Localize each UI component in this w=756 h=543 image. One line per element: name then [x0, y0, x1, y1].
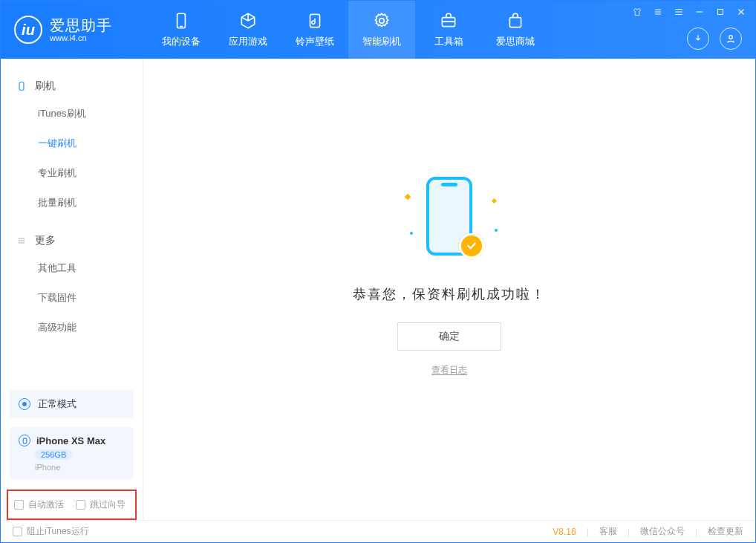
nav-smart-flash[interactable]: 智能刷机	[348, 1, 415, 59]
success-message: 恭喜您，保资料刷机成功啦！	[353, 285, 546, 303]
app-title: 爱思助手	[50, 17, 112, 33]
nav-ringtones-wallpapers[interactable]: 铃声壁纸	[281, 1, 348, 59]
sparkle-icon	[492, 198, 497, 204]
success-illustration	[401, 172, 498, 269]
checkbox-icon	[76, 500, 85, 510]
maximize-button[interactable]	[714, 5, 727, 19]
logo-block: iu 爱思助手 www.i4.cn	[14, 16, 133, 44]
check-badge-icon	[459, 233, 484, 259]
section-flash-title: 刷机	[1, 74, 143, 99]
section-more-title: 更多	[1, 228, 143, 253]
device-type: iPhone	[35, 463, 60, 472]
sidebar-item-download-firmware[interactable]: 下载固件	[1, 283, 143, 313]
ok-button[interactable]: 确定	[397, 322, 501, 351]
app-header: iu 爱思助手 www.i4.cn 我的设备 应用游戏 铃声壁纸 智能刷机 工具…	[1, 1, 755, 59]
section-title-label: 刷机	[35, 79, 56, 93]
sidebar-item-itunes-flash[interactable]: iTunes刷机	[1, 99, 143, 129]
device-capacity: 256GB	[35, 449, 72, 460]
checkbox-stop-itunes[interactable]: 阻止iTunes运行	[13, 525, 89, 538]
highlighted-options-box: 自动激活 跳过向导	[7, 490, 137, 520]
section-title-label: 更多	[35, 234, 56, 247]
separator: |	[628, 527, 630, 537]
nav-toolbox[interactable]: 工具箱	[415, 1, 482, 59]
minimize-button[interactable]	[693, 5, 706, 19]
sidebar-item-advanced[interactable]: 高级功能	[1, 313, 143, 342]
sparkle-icon	[405, 194, 411, 200]
device-name: iPhone XS Max	[36, 435, 105, 446]
music-icon	[305, 11, 325, 30]
nav-label: 铃声壁纸	[296, 35, 334, 48]
svg-rect-16	[19, 82, 24, 91]
sparkle-icon	[495, 229, 498, 232]
checkbox-auto-activate[interactable]: 自动激活	[14, 498, 64, 511]
checkbox-skip-wizard[interactable]: 跳过向导	[76, 498, 126, 511]
phone-icon	[172, 11, 191, 30]
nav-my-device[interactable]: 我的设备	[148, 1, 215, 59]
user-button[interactable]	[720, 27, 742, 50]
list-icon[interactable]	[651, 5, 665, 19]
checkbox-icon	[13, 527, 22, 536]
separator: |	[695, 527, 697, 537]
nav-label: 爱思商城	[496, 35, 535, 48]
sidebar-item-pro-flash[interactable]: 专业刷机	[1, 158, 143, 188]
nav-label: 智能刷机	[362, 35, 401, 48]
sparkle-icon	[410, 232, 413, 235]
device-icon	[19, 435, 30, 446]
store-icon	[506, 11, 525, 30]
checkbox-label: 跳过向导	[90, 498, 126, 511]
sidebar-item-batch-flash[interactable]: 批量刷机	[1, 188, 143, 218]
view-log-link[interactable]: 查看日志	[431, 364, 467, 377]
checkbox-icon	[14, 500, 24, 510]
toolbox-icon	[439, 11, 458, 30]
logo-icon: iu	[14, 16, 42, 44]
checkbox-label: 阻止iTunes运行	[27, 525, 89, 538]
shirt-icon[interactable]	[630, 5, 644, 19]
main-panel: 恭喜您，保资料刷机成功啦！ 确定 查看日志	[143, 59, 755, 520]
sidebar: 刷机 iTunes刷机 一键刷机 专业刷机 批量刷机 更多 其他工具 下载固件 …	[1, 59, 143, 520]
nav-label: 工具箱	[434, 35, 463, 48]
support-link[interactable]: 客服	[599, 525, 617, 538]
sidebar-item-other-tools[interactable]: 其他工具	[1, 253, 143, 283]
app-url: www.i4.cn	[50, 33, 112, 42]
cube-icon	[238, 11, 258, 30]
phone-small-icon	[16, 80, 27, 92]
nav-store[interactable]: 爱思商城	[482, 1, 549, 59]
svg-rect-20	[23, 438, 27, 443]
footer-bar: 阻止iTunes运行 V8.16 | 客服 | 微信公众号 | 检查更新	[1, 520, 755, 542]
nav-label: 应用游戏	[229, 35, 267, 48]
svg-rect-12	[718, 10, 723, 15]
check-update-link[interactable]: 检查更新	[708, 525, 743, 538]
nav-apps-games[interactable]: 应用游戏	[215, 1, 281, 59]
mode-card[interactable]: 正常模式	[10, 390, 134, 418]
sidebar-item-oneclick-flash[interactable]: 一键刷机	[1, 129, 143, 158]
header-actions	[687, 27, 742, 50]
mode-icon	[19, 398, 30, 410]
list-small-icon	[16, 235, 27, 247]
nav-label: 我的设备	[162, 35, 201, 48]
window-controls	[630, 5, 748, 19]
checkbox-label: 自动激活	[28, 498, 64, 511]
download-button[interactable]	[687, 27, 709, 50]
svg-point-15	[729, 36, 733, 39]
svg-rect-4	[509, 18, 521, 27]
mode-label: 正常模式	[38, 397, 76, 411]
close-button[interactable]	[734, 5, 748, 19]
wechat-link[interactable]: 微信公众号	[640, 525, 685, 538]
device-card[interactable]: iPhone XS Max 256GB iPhone	[10, 427, 134, 479]
refresh-badge-icon	[372, 11, 391, 30]
version-label: V8.16	[553, 527, 576, 537]
menu-icon[interactable]	[672, 5, 685, 19]
separator: |	[587, 527, 589, 537]
main-nav: 我的设备 应用游戏 铃声壁纸 智能刷机 工具箱 爱思商城	[148, 1, 549, 59]
